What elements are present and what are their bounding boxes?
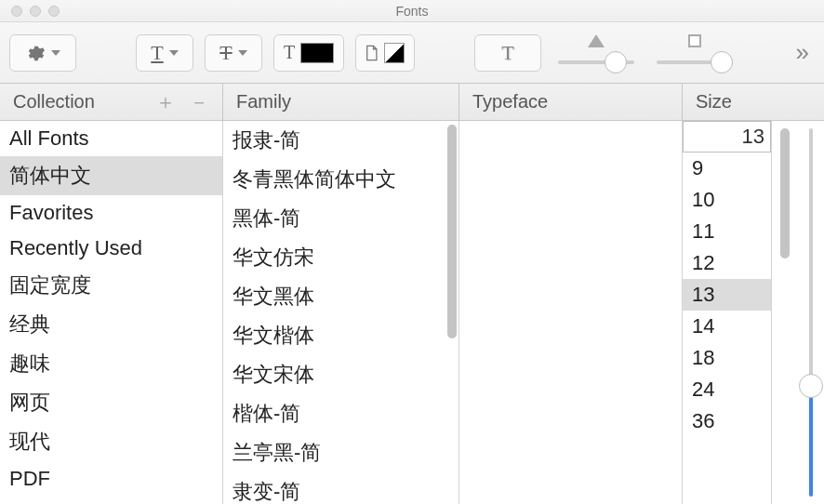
underline-icon: T <box>151 41 163 65</box>
square-icon <box>688 34 701 47</box>
size-column: 91011121314182436 <box>683 121 824 504</box>
family-column: 报隶-简冬青黑体简体中文黑体-简华文仿宋华文黑体华文楷体华文宋体楷体-简兰亭黑-… <box>223 121 459 504</box>
size-item[interactable]: 12 <box>683 247 771 279</box>
column-headers: Collection ＋ － Family Typeface Size <box>0 84 824 121</box>
family-item[interactable]: 华文宋体 <box>223 355 444 394</box>
strikethrough-icon: T <box>219 41 232 65</box>
size-item[interactable]: 13 <box>683 279 771 311</box>
collection-item[interactable]: 经典 <box>0 305 222 344</box>
doc-color-swatch <box>384 43 405 63</box>
header-collection[interactable]: Collection ＋ － <box>0 84 223 120</box>
chevron-down-icon <box>169 50 179 56</box>
header-size[interactable]: Size <box>683 84 824 120</box>
text-color-icon: T <box>284 42 295 63</box>
collection-item[interactable]: All Fonts <box>0 121 222 156</box>
toolbar: T T T T » <box>0 22 824 84</box>
remove-collection-button[interactable]: － <box>189 88 209 116</box>
collection-item[interactable]: 趣味 <box>0 344 222 383</box>
size-item[interactable]: 36 <box>683 405 771 437</box>
collection-item[interactable]: 现代 <box>0 422 222 461</box>
chevron-down-icon <box>238 50 247 56</box>
family-item[interactable]: 华文黑体 <box>223 277 444 316</box>
shadow-blur-slider[interactable] <box>651 33 738 73</box>
text-shadow-button[interactable]: T <box>474 34 541 72</box>
slider-knob[interactable] <box>605 51 627 73</box>
size-item[interactable]: 24 <box>683 374 771 405</box>
size-item[interactable]: 9 <box>683 153 771 184</box>
shadow-icon: T <box>501 41 513 65</box>
slider-knob[interactable] <box>799 374 823 398</box>
size-item[interactable]: 10 <box>683 184 771 216</box>
header-label: Collection <box>13 91 95 113</box>
family-item[interactable]: 楷体-简 <box>223 394 444 433</box>
chevron-double-right-icon: » <box>796 38 809 66</box>
chevron-down-icon <box>51 50 60 56</box>
shadow-opacity-slider[interactable] <box>552 33 640 73</box>
collection-item[interactable]: 简体中文 <box>0 156 222 195</box>
overflow-button[interactable]: » <box>796 38 815 67</box>
gear-icon <box>25 43 46 63</box>
family-item[interactable]: 冬青黑体简体中文 <box>223 160 444 199</box>
size-item[interactable]: 14 <box>683 311 771 342</box>
family-item[interactable]: 华文楷体 <box>223 316 444 355</box>
collection-item[interactable]: Favorites <box>0 195 222 231</box>
header-label: Family <box>236 91 291 113</box>
header-label: Typeface <box>472 91 548 113</box>
document-icon <box>365 44 379 62</box>
size-slider[interactable] <box>806 128 816 497</box>
scrollbar-thumb[interactable] <box>447 125 457 338</box>
family-item[interactable]: 隶变-简 <box>223 472 444 504</box>
family-item[interactable]: 兰亭黑-简 <box>223 433 444 472</box>
add-collection-button[interactable]: ＋ <box>155 88 176 116</box>
header-label: Size <box>696 91 732 113</box>
underline-button[interactable]: T <box>136 34 193 72</box>
size-item[interactable]: 11 <box>683 216 771 247</box>
collection-item[interactable]: 网页 <box>0 383 222 422</box>
collection-item[interactable]: PDF <box>0 461 222 497</box>
family-item[interactable]: 报隶-简 <box>223 121 444 160</box>
window-title: Fonts <box>0 4 824 19</box>
collection-item[interactable]: Recently Used <box>0 231 222 266</box>
collection-column: All Fonts简体中文FavoritesRecently Used固定宽度经… <box>0 121 223 504</box>
document-color-button[interactable] <box>355 34 415 72</box>
header-family[interactable]: Family <box>223 84 459 120</box>
typeface-column <box>459 121 683 504</box>
text-color-button[interactable]: T <box>273 34 344 72</box>
color-swatch-black <box>300 43 334 63</box>
size-input[interactable] <box>683 121 771 153</box>
family-item[interactable]: 华文仿宋 <box>223 238 444 277</box>
triangle-icon <box>588 34 605 47</box>
slider-knob[interactable] <box>711 51 733 73</box>
header-typeface[interactable]: Typeface <box>459 84 683 120</box>
size-item[interactable]: 18 <box>683 342 771 374</box>
scrollbar-thumb[interactable] <box>780 128 790 259</box>
columns: All Fonts简体中文FavoritesRecently Used固定宽度经… <box>0 121 824 504</box>
actions-menu-button[interactable] <box>9 34 76 72</box>
collection-item[interactable]: 固定宽度 <box>0 266 222 305</box>
titlebar: Fonts <box>0 0 824 22</box>
strikethrough-button[interactable]: T <box>205 34 262 72</box>
family-item[interactable]: 黑体-简 <box>223 199 444 238</box>
